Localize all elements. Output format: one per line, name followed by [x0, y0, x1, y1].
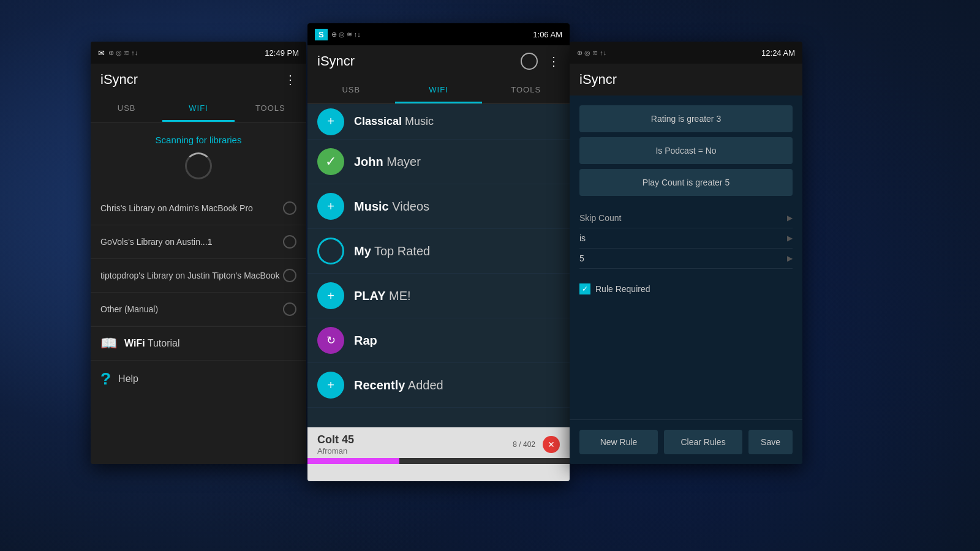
playlist-item-classical[interactable]: + Classical Music: [307, 104, 570, 140]
app-title-left: iSyncr: [100, 72, 138, 88]
signal-icons-middle: ⊕ ◎ ≋ ↑↓: [331, 31, 361, 39]
help-label: Help: [118, 373, 138, 384]
playlist-name-play-me: PLAY ME!: [354, 289, 411, 303]
progress-bar[interactable]: [307, 458, 570, 464]
filter-field-arrow: ▶: [787, 214, 793, 222]
left-screen: ✉ ⊕ ◎ ≋ ↑↓ 12:49 PM iSyncr ⋮ USB WIFI TO…: [91, 42, 306, 464]
playlist-icon-play-me: +: [317, 282, 344, 309]
tab-bar-left: USB WIFI TOOLS: [91, 96, 306, 122]
status-bar-middle: S ⊕ ◎ ≋ ↑↓ 1:06 AM: [307, 23, 570, 45]
filter-value-label: 5: [579, 253, 584, 263]
filter-operator-row[interactable]: is ▶: [579, 228, 793, 249]
status-bar-left: ✉ ⊕ ◎ ≋ ↑↓ 12:49 PM: [91, 42, 306, 64]
stop-button[interactable]: ✕: [543, 436, 560, 453]
wifi-tutorial-label: WiFi Tutorial: [124, 338, 180, 349]
library-list: Chris's Library on Admin's MacBook Pro G…: [91, 192, 306, 326]
rules-section: Rating is greater 3 Is Podcast = No Play…: [570, 96, 802, 196]
filter-section: Skip Count ▶ is ▶ 5 ▶: [570, 201, 802, 276]
now-playing-top: Colt 45 Afroman 8 / 402 ✕: [307, 427, 570, 458]
playlist-icon-rap: ↻: [317, 327, 344, 354]
track-title: Colt 45: [317, 433, 354, 446]
bottom-buttons: New Rule Clear Rules Save: [570, 419, 802, 464]
tab-usb-left[interactable]: USB: [91, 96, 162, 122]
playlist-item-rap[interactable]: ↻ Rap: [307, 318, 570, 363]
radio-3[interactable]: [283, 302, 296, 316]
track-info: Colt 45 Afroman: [317, 433, 354, 455]
app-title-middle: iSyncr: [317, 53, 355, 69]
filter-operator-label: is: [579, 233, 586, 243]
radio-0[interactable]: [283, 201, 296, 215]
status-icons-right: ⊕ ◎ ≋ ↑↓: [577, 49, 606, 57]
app-header-left: iSyncr ⋮: [91, 64, 306, 96]
playlist-name-music-videos: Music Videos: [354, 200, 429, 214]
playlist-item-recently-added[interactable]: + Recently Added: [307, 363, 570, 408]
rule-required-row[interactable]: ✓ Rule Required: [570, 276, 802, 302]
progress-fill: [307, 458, 399, 464]
time-left: 12:49 PM: [265, 48, 299, 58]
rule-required-checkbox[interactable]: ✓: [579, 283, 590, 294]
filter-field-label: Skip Count: [579, 213, 621, 223]
right-screen: ⊕ ◎ ≋ ↑↓ 12:24 AM iSyncr Rating is great…: [570, 42, 802, 464]
signal-icons-right: ⊕ ◎ ≋ ↑↓: [577, 49, 606, 57]
filter-field-row[interactable]: Skip Count ▶: [579, 208, 793, 228]
now-playing-controls: 8 / 402 ✕: [513, 436, 560, 453]
middle-screen: S ⊕ ◎ ≋ ↑↓ 1:06 AM iSyncr ⋮ USB WIFI TOO…: [307, 23, 570, 481]
status-icons-middle: S ⊕ ◎ ≋ ↑↓: [315, 29, 361, 40]
tab-wifi-left[interactable]: WIFI: [162, 96, 234, 122]
playlist-name-classical: Classical Music: [354, 115, 434, 128]
radio-2[interactable]: [283, 269, 296, 282]
library-item-2[interactable]: tiptopdrop's Library on Justin Tipton's …: [91, 259, 306, 293]
tab-bar-middle: USB WIFI TOOLS: [307, 77, 570, 104]
loading-spinner: [185, 152, 212, 179]
radio-1[interactable]: [283, 235, 296, 249]
help-item[interactable]: ? Help: [91, 360, 306, 397]
signal-icons-left: ⊕ ◎ ≋ ↑↓: [108, 49, 138, 57]
now-playing-bar: Colt 45 Afroman 8 / 402 ✕: [307, 427, 570, 481]
playlist-name-recently-added: Recently Added: [354, 378, 443, 392]
playlist-item-john-mayer[interactable]: ✓ John Mayer: [307, 140, 570, 184]
wifi-tutorial-item[interactable]: 📖 WiFi Tutorial: [91, 326, 306, 360]
playlist-icon-classical: +: [317, 108, 344, 135]
status-icons-left: ✉ ⊕ ◎ ≋ ↑↓: [98, 48, 138, 58]
tab-tools-left[interactable]: TOOLS: [235, 96, 306, 122]
playlist-item-play-me[interactable]: + PLAY ME!: [307, 274, 570, 318]
playlist-name-john-mayer: John Mayer: [354, 155, 421, 169]
scanning-area: Scanning for libraries: [91, 122, 306, 192]
scanning-text: Scanning for libraries: [156, 135, 242, 145]
app-title-right: iSyncr: [579, 72, 617, 88]
playlist-item-music-videos[interactable]: + Music Videos: [307, 184, 570, 229]
library-item-0[interactable]: Chris's Library on Admin's MacBook Pro: [91, 192, 306, 225]
rule-item-1[interactable]: Is Podcast = No: [579, 137, 793, 164]
app-icon-middle: S: [315, 29, 328, 40]
tab-wifi-middle[interactable]: WIFI: [395, 77, 483, 103]
filter-value-arrow: ▶: [787, 254, 793, 263]
tab-usb-middle[interactable]: USB: [307, 77, 395, 103]
menu-icon-left[interactable]: ⋮: [284, 72, 296, 87]
playlist-icon-my-top-rated: [317, 238, 344, 264]
playlist-icon-music-videos: +: [317, 193, 344, 220]
circle-icon-middle[interactable]: [521, 53, 538, 70]
status-bar-right: ⊕ ◎ ≋ ↑↓ 12:24 AM: [570, 42, 802, 64]
playlist-icon-john-mayer: ✓: [317, 148, 344, 175]
filter-value-row[interactable]: 5 ▶: [579, 249, 793, 269]
menu-icon-middle[interactable]: ⋮: [548, 54, 560, 69]
clear-rules-button[interactable]: Clear Rules: [664, 430, 742, 454]
app-header-right: iSyncr: [570, 64, 802, 96]
playlist-name-rap: Rap: [354, 334, 377, 348]
playlist-name-my-top-rated: My Top Rated: [354, 244, 430, 258]
library-item-3[interactable]: Other (Manual): [91, 293, 306, 326]
rule-item-0[interactable]: Rating is greater 3: [579, 105, 793, 132]
track-artist: Afroman: [317, 446, 354, 455]
playlist-item-my-top-rated[interactable]: My Top Rated: [307, 229, 570, 274]
rule-item-2[interactable]: Play Count is greater 5: [579, 169, 793, 196]
email-icon: ✉: [98, 48, 105, 58]
new-rule-button[interactable]: New Rule: [579, 430, 658, 454]
time-right: 12:24 AM: [761, 48, 795, 58]
library-item-1[interactable]: GoVols's Library on Austin...1: [91, 225, 306, 259]
time-middle: 1:06 AM: [533, 30, 562, 39]
save-button[interactable]: Save: [748, 430, 793, 454]
header-controls-middle: ⋮: [521, 53, 560, 70]
track-count: 8 / 402: [513, 440, 535, 449]
tab-tools-middle[interactable]: TOOLS: [482, 77, 570, 103]
question-icon: ?: [100, 369, 111, 389]
